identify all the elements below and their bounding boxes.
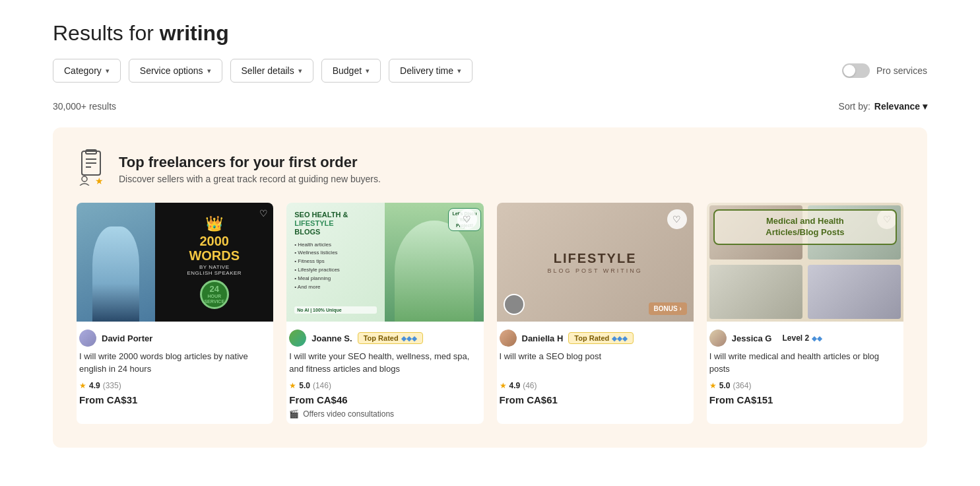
svg-text:★: ★ (95, 176, 104, 186)
rating-row-1: ★ 4.9 (335) (79, 381, 271, 390)
rating-value-3: 4.9 (509, 381, 521, 390)
rating-row-2: ★ 5.0 (146) (289, 381, 480, 390)
seller-name-1: David Porter (102, 333, 152, 343)
filter-category[interactable]: Category ▾ (53, 59, 121, 83)
pro-services-toggle[interactable] (842, 63, 870, 78)
diamond-icon: ◆◆◆ (401, 335, 417, 342)
diamond-icon: ◆◆ (812, 335, 822, 342)
rating-value-4: 5.0 (719, 381, 731, 390)
rating-value-1: 4.9 (89, 381, 100, 390)
avatar-4 (709, 330, 727, 347)
star-icon: ★ (289, 381, 296, 390)
card-photo-4 (808, 265, 901, 319)
seller-name-3: Daniella H (522, 333, 564, 343)
banner-header: ★ Top freelancers for your first order D… (77, 149, 903, 190)
sort-select[interactable]: Relevance ▾ (874, 101, 927, 112)
sort-wrapper: Sort by: Relevance ▾ (839, 101, 927, 112)
seller-name-4: Jessica G (732, 333, 772, 343)
card-image-4: Medical and HealthArticles/Blog Posts ♡ (707, 203, 903, 322)
filter-seller-details[interactable]: Seller details ▾ (230, 59, 313, 83)
card-image-3: LIFESTYLE BLOG POST WRITING BONUS › ♡ (497, 203, 694, 322)
freelancer-icon: ★ (77, 149, 108, 190)
chevron-down-icon: ▾ (298, 67, 302, 75)
gig-card-3[interactable]: LIFESTYLE BLOG POST WRITING BONUS › ♡ Da… (497, 203, 694, 424)
avatar-3 (500, 330, 517, 347)
img4-title-overlay: Medical and HealthArticles/Blog Posts (713, 209, 897, 245)
card-title-4: I will write medical and health articles… (709, 351, 901, 376)
price-row-4: From CA$151 (709, 394, 901, 405)
card-title-3: I will write a SEO blog post (500, 351, 691, 376)
toggle-thumb (843, 65, 855, 77)
img3-bonus-badge: BONUS › (649, 302, 687, 315)
rating-row-3: ★ 4.9 (46) (500, 381, 691, 390)
video-consult-row: 🎬 Offers video consultations (289, 409, 480, 419)
page-title: Results for writing (53, 21, 927, 46)
cards-row: 👑 2000WORDS by nativeenglish speaker 24 … (77, 203, 903, 424)
star-icon: ★ (500, 381, 507, 390)
seller-row-1: David Porter (79, 330, 271, 347)
results-meta: 30,000+ results Sort by: Relevance ▾ (53, 101, 927, 112)
hours-badge: 24 HOURSERVICE (200, 280, 229, 309)
gig-card-2[interactable]: SEO HEALTH &LIFESTYLEBLOGS • Health arti… (286, 203, 483, 424)
price-4: From CA$151 (709, 394, 773, 405)
card-image-1: 👑 2000WORDS by nativeenglish speaker 24 … (77, 203, 273, 322)
card-title-2: I will write your SEO health, wellness, … (289, 351, 480, 376)
rating-count-1: (335) (103, 381, 121, 390)
gig-card-4[interactable]: Medical and HealthArticles/Blog Posts ♡ … (707, 203, 903, 424)
filter-service-options[interactable]: Service options ▾ (129, 59, 222, 83)
heart-button-3[interactable]: ♡ (667, 209, 687, 229)
price-2: From CA$46 (289, 394, 347, 405)
results-count: 30,000+ results (53, 101, 116, 112)
card-img-right-1: 👑 2000WORDS by nativeenglish speaker 24 … (155, 203, 273, 322)
price-row-1: From CA$31 (79, 394, 271, 405)
heart-icon: ♡ (259, 208, 268, 219)
chevron-down-icon: ▾ (106, 67, 110, 75)
gig-card-1[interactable]: 👑 2000WORDS by nativeenglish speaker 24 … (77, 203, 273, 424)
avatar-1 (79, 330, 96, 347)
img3-avatar (504, 294, 525, 315)
heart-button-2[interactable]: ♡ (457, 209, 477, 229)
svg-point-5 (82, 176, 87, 182)
filter-budget[interactable]: Budget ▾ (321, 59, 381, 83)
rating-row-4: ★ 5.0 (364) (709, 381, 901, 390)
crown-icon: 👑 (205, 215, 223, 232)
price-3: From CA$61 (500, 394, 558, 405)
card-img-left-2: SEO HEALTH &LIFESTYLEBLOGS • Health arti… (286, 203, 385, 322)
seller-name-2: Joanne S. (311, 333, 352, 343)
card-title-1: I will write 2000 words blog articles by… (79, 351, 271, 376)
avatar-2 (289, 330, 306, 347)
chevron-down-icon: ▾ (366, 67, 370, 75)
star-icon: ★ (79, 381, 86, 390)
price-row-3: From CA$61 (500, 394, 691, 405)
card-photo-3 (709, 265, 802, 319)
pro-services-toggle-group: Pro services (842, 63, 927, 78)
price-row-2: From CA$46 (289, 394, 480, 405)
top-freelancers-banner: ★ Top freelancers for your first order D… (53, 127, 927, 448)
level2-badge: Level 2 ◆◆ (777, 332, 828, 344)
chevron-down-icon: ▾ (457, 67, 461, 75)
seller-row-3: Daniella H Top Rated ◆◆◆ (500, 330, 691, 347)
banner-title: Top freelancers for your first order (119, 154, 381, 171)
results-header: Results for writing Category ▾ Service o… (53, 21, 927, 83)
banner-text-group: Top freelancers for your first order Dis… (119, 154, 381, 184)
seller-row-2: Joanne S. Top Rated ◆◆◆ (289, 330, 480, 347)
chevron-down-icon: ▾ (207, 67, 211, 75)
chevron-down-icon: ▾ (923, 101, 927, 112)
rating-count-4: (364) (733, 381, 751, 390)
video-icon: 🎬 (289, 409, 299, 419)
rating-value-2: 5.0 (299, 381, 310, 390)
card-body-4: Jessica G Level 2 ◆◆ I will write medica… (707, 322, 903, 411)
price-1: From CA$31 (79, 394, 137, 405)
card-body-1: David Porter I will write 2000 words blo… (77, 322, 273, 411)
top-rated-badge-3: Top Rated ◆◆◆ (568, 332, 634, 344)
filters-row: Category ▾ Service options ▾ Seller deta… (53, 59, 927, 83)
diamond-icon: ◆◆◆ (612, 335, 628, 342)
filter-delivery-time[interactable]: Delivery time ▾ (389, 59, 473, 83)
card-body-3: Daniella H Top Rated ◆◆◆ I will write a … (497, 322, 694, 411)
seller-row-4: Jessica G Level 2 ◆◆ (709, 330, 901, 347)
card-img-left-1 (77, 203, 155, 322)
rating-count-2: (146) (313, 381, 331, 390)
pro-services-label: Pro services (876, 65, 927, 76)
banner-subtitle: Discover sellers with a great track reco… (119, 174, 381, 184)
rating-count-3: (46) (523, 381, 537, 390)
